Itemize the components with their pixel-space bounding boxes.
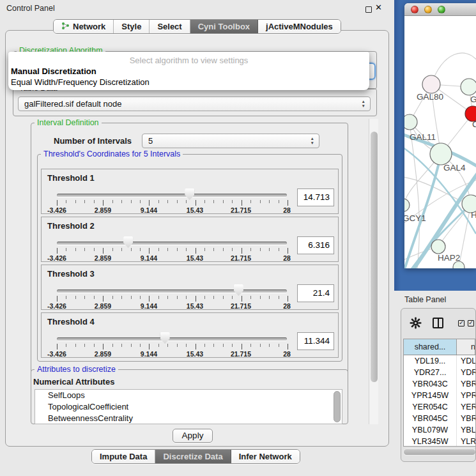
horizontal-scrollbar[interactable] xyxy=(403,449,476,456)
node-gal4[interactable] xyxy=(430,143,452,165)
tab-discretize-data[interactable]: Discretize Data xyxy=(155,450,231,463)
tab-label: Infer Network xyxy=(239,452,292,461)
horizontal-scrollbar-thumb[interactable] xyxy=(404,449,475,455)
table-row[interactable]: YER054CYER0 xyxy=(404,401,475,413)
slider-thumb[interactable] xyxy=(160,332,170,344)
panel-scrollbar-thumb[interactable] xyxy=(371,132,378,382)
interval-definition-title: Interval Definition xyxy=(35,118,102,127)
threshold-slider[interactable]: -3.426 2.859 9.144 15.43 21.715 28 xyxy=(57,330,287,358)
slider-ticks xyxy=(57,344,288,349)
zoom-traffic-light[interactable] xyxy=(438,6,445,13)
table-row[interactable]: YLR345WYLR3 xyxy=(404,436,475,447)
slider-thumb[interactable] xyxy=(234,284,243,296)
cell[interactable]: YBL079W xyxy=(404,424,457,436)
threshold-slider[interactable]: -3.426 2.859 9.144 15.43 21.715 28 xyxy=(57,282,287,310)
table-row[interactable]: YBL079WYBL0 xyxy=(404,424,475,436)
tick-label: 9.144 xyxy=(141,254,157,262)
number-of-intervals-combo[interactable]: 5 ▲▼ xyxy=(142,134,319,148)
cell[interactable]: YER054C xyxy=(404,401,457,413)
node-label: HAP2 xyxy=(438,253,460,263)
cell[interactable]: YBL0 xyxy=(457,424,475,436)
table-row[interactable]: YPR145WYPR1 xyxy=(404,390,475,401)
table-data-combo[interactable]: galFiltered.sif default node ▲▼ xyxy=(18,96,371,111)
tab-style[interactable]: Style xyxy=(114,20,150,33)
tab-impute-data[interactable]: Impute Data xyxy=(92,450,155,463)
threshold-slider[interactable]: -3.426 2.859 9.144 15.43 21.715 28 xyxy=(57,186,287,214)
cell[interactable]: YDL19... xyxy=(404,355,457,367)
network-window-titlebar[interactable] xyxy=(404,3,476,16)
tab-label: Cyni Toolbox xyxy=(198,22,250,31)
tab-network[interactable]: Network xyxy=(54,20,114,33)
close-traffic-light[interactable] xyxy=(411,6,418,13)
network-view-window: GAL80 GA C GAL11 GAL4 GCY1 H HAP2 xyxy=(404,3,476,268)
cell[interactable]: YBR0 xyxy=(457,378,475,390)
cell[interactable]: YDR27... xyxy=(404,367,457,378)
split-columns-icon[interactable] xyxy=(433,318,443,328)
column-header-name[interactable]: n xyxy=(457,339,475,355)
network-icon xyxy=(61,22,70,32)
number-of-intervals-value: 5 xyxy=(148,136,153,146)
node-label: H xyxy=(471,210,476,220)
numerical-attributes-list[interactable]: SelfLoops TopologicalCoefficient Between… xyxy=(35,389,342,424)
node-partial-top[interactable] xyxy=(461,79,476,95)
close-icon[interactable]: ✕ xyxy=(375,3,382,12)
table-row[interactable]: YBR045CYBR0 xyxy=(404,413,475,424)
list-item[interactable]: BetweennessCentrality xyxy=(35,413,342,424)
tick-label: 21.715 xyxy=(231,254,251,262)
list-item[interactable]: TopologicalCoefficient xyxy=(35,401,342,413)
threshold-value-field[interactable]: 11.344 xyxy=(297,332,334,350)
cell[interactable]: YBR043C xyxy=(404,378,457,390)
tab-jactivemnodules[interactable]: jActiveMNodules xyxy=(258,20,341,33)
threshold-slider[interactable]: -3.426 2.859 9.144 15.43 21.715 28 xyxy=(57,234,287,262)
node-hap2[interactable] xyxy=(431,240,445,254)
cell[interactable]: YDL1 xyxy=(457,355,475,367)
table-row[interactable]: YBR043CYBR0 xyxy=(404,378,475,390)
tab-cyni-toolbox[interactable]: Cyni Toolbox xyxy=(190,20,258,33)
list-item[interactable]: SelfLoops xyxy=(35,390,342,401)
cell[interactable]: YLR345W xyxy=(404,436,457,447)
threshold-value-field[interactable]: 21.4 xyxy=(297,284,334,302)
table-row[interactable]: YDL19...YDL1 xyxy=(404,355,475,367)
threshold-label: Threshold 1 xyxy=(47,173,95,183)
slider-thumb[interactable] xyxy=(123,236,133,248)
dropdown-item-equal-width-frequency[interactable]: Equal Width/Frequency Discretization xyxy=(10,77,367,87)
threshold-value-field[interactable]: 14.713 xyxy=(297,188,334,206)
checkbox-icon[interactable] xyxy=(468,320,474,326)
table-row[interactable]: YDR27...YDR2 xyxy=(404,367,475,378)
tab-select[interactable]: Select xyxy=(150,20,190,33)
threshold-label: Threshold 4 xyxy=(47,317,95,326)
tab-infer-network[interactable]: Infer Network xyxy=(231,450,300,463)
tick-label: 2.859 xyxy=(95,206,111,214)
minimize-traffic-light[interactable] xyxy=(424,6,432,13)
node-gcy1[interactable] xyxy=(404,199,410,211)
cell[interactable]: YBR045C xyxy=(404,413,457,424)
list-scrollbar[interactable] xyxy=(334,391,341,422)
tick-label: 15.43 xyxy=(187,206,203,214)
node-label: GCY1 xyxy=(404,213,426,223)
panel-scrollbar[interactable] xyxy=(369,119,378,424)
gear-icon[interactable] xyxy=(410,317,422,329)
node-gal11[interactable] xyxy=(404,114,417,130)
threshold-value-field[interactable]: 6.316 xyxy=(297,236,334,254)
float-window-icon[interactable] xyxy=(365,6,372,13)
tab-label: Impute Data xyxy=(100,452,147,461)
apply-button[interactable]: Apply xyxy=(173,429,213,443)
tick-label: 15.43 xyxy=(187,350,203,358)
tick-label: 28 xyxy=(283,350,291,358)
tab-label: Select xyxy=(157,22,181,31)
column-header-shared-name[interactable]: shared... xyxy=(404,339,457,355)
slider-thumb[interactable] xyxy=(185,188,194,200)
attributes-group-title: Attributes to discretize xyxy=(35,365,118,374)
cell[interactable]: YBR0 xyxy=(457,413,475,424)
cell[interactable]: YLR3 xyxy=(457,436,475,447)
cell[interactable]: YPR1 xyxy=(457,390,475,401)
bottom-tabbar: Impute Data Discretize Data Infer Networ… xyxy=(91,449,300,464)
node-gal80[interactable] xyxy=(422,75,440,93)
cell[interactable]: YDR2 xyxy=(457,367,475,378)
cell[interactable]: YER0 xyxy=(457,401,475,413)
cell[interactable]: YPR145W xyxy=(404,390,457,401)
checkbox-icon[interactable] xyxy=(458,320,464,326)
number-of-intervals-label: Number of Intervals xyxy=(54,136,132,146)
dropdown-item-manual-discretization[interactable]: Manual Discretization xyxy=(10,66,367,76)
threshold-row: Threshold 3 -3.426 2.859 9.144 15.43 21.… xyxy=(41,265,339,310)
